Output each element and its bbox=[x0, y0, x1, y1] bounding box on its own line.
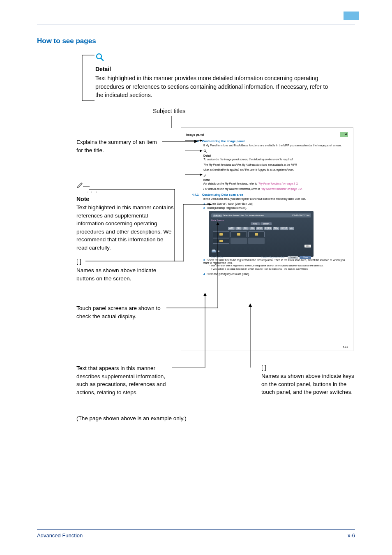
tp-b[interactable]: WXYZ bbox=[280, 227, 288, 230]
inset-sec2-num: 4.4.1 bbox=[192, 193, 199, 197]
svg-marker-18 bbox=[200, 173, 203, 176]
inset-step4: 4Press the [Start] key or touch [Start]. bbox=[203, 273, 348, 275]
pencil-icon-small bbox=[203, 173, 207, 178]
connector bbox=[185, 148, 203, 154]
inset-pagenum: 4-18 bbox=[343, 345, 348, 348]
tp-data-source: Data Source bbox=[211, 219, 311, 222]
inset-chapter-tab: 4 bbox=[340, 132, 348, 137]
connector bbox=[183, 204, 184, 261]
page-tab bbox=[344, 12, 359, 20]
svg-rect-8 bbox=[255, 233, 258, 236]
connector bbox=[171, 116, 172, 128]
inset-step3: 3Select the user box to be registered in… bbox=[203, 259, 348, 264]
callout-summary: Explains the summary of an item for the … bbox=[76, 138, 163, 154]
detail-heading: Detail bbox=[95, 65, 330, 73]
svg-marker-31 bbox=[203, 293, 207, 296]
connector bbox=[216, 222, 220, 226]
inset-sec2-body: In the Data scan area, you can register … bbox=[203, 197, 348, 201]
tp-btn-row2: ABC DEF GHI JKL MNO PQRS TUV WXYZ etc bbox=[211, 227, 311, 230]
inset-step1: 1In "Data Source", touch [User Box List]… bbox=[203, 202, 348, 205]
tp-b[interactable]: MNO bbox=[256, 227, 263, 230]
connector bbox=[89, 189, 175, 190]
inset-detail-heading: Detail bbox=[203, 154, 348, 157]
tp-btn-row1: New Search bbox=[211, 222, 311, 225]
tp-b[interactable]: DEF bbox=[235, 227, 242, 230]
note-dots: . . . bbox=[86, 187, 98, 194]
connector bbox=[248, 303, 252, 308]
footer-rule bbox=[37, 529, 355, 530]
example-note: (The page shown above is an example only… bbox=[76, 415, 187, 421]
connector bbox=[172, 367, 205, 368]
connector bbox=[174, 189, 175, 261]
footer-right: x-6 bbox=[348, 532, 355, 539]
inset-page: Image panel 4 4.4 Customizing the image … bbox=[181, 127, 353, 351]
note-heading: Note bbox=[76, 196, 89, 202]
svg-line-1 bbox=[101, 58, 104, 61]
tp-b[interactable]: GHI bbox=[242, 227, 249, 230]
tp-btn-new[interactable]: New bbox=[251, 222, 260, 225]
top-rule bbox=[37, 25, 355, 25]
svg-rect-11 bbox=[212, 250, 215, 251]
svg-marker-34 bbox=[249, 303, 252, 307]
callout-buttons: Names as shown above indicate buttons on… bbox=[76, 266, 167, 282]
svg-marker-29 bbox=[216, 222, 219, 225]
inset-detail-l3: User authentication is applied, and the … bbox=[203, 168, 348, 172]
svg-point-4 bbox=[204, 150, 206, 152]
inset-note-l2: For details on the My address functions,… bbox=[203, 187, 348, 191]
inset-detail-l1: To customize the image panel screen, the… bbox=[203, 158, 348, 162]
tp-top-right: 100-1B-2007 22:44 bbox=[292, 214, 309, 217]
note-underline bbox=[83, 186, 90, 187]
inset-sec1-title: Customizing the image panel bbox=[202, 139, 244, 143]
footer-left: Advanced Function bbox=[37, 532, 83, 539]
inset-sec1-body: If My Panel functions and My Address fun… bbox=[203, 144, 348, 148]
note-icon bbox=[76, 181, 84, 190]
section-title: How to see pages bbox=[37, 37, 96, 45]
inset-note-l1: For details on the My Panel functions, r… bbox=[203, 182, 348, 186]
svg-line-5 bbox=[206, 151, 207, 152]
tp-b[interactable]: ABC bbox=[228, 227, 235, 230]
inset-detail-l2: The My Panel functions and the My Addres… bbox=[203, 163, 348, 167]
detail-block: Detail Text highlighted in this manner p… bbox=[95, 65, 330, 99]
callout-touchpanel: Touch panel screens are shown to check t… bbox=[76, 304, 167, 320]
tp-b[interactable]: etc bbox=[289, 227, 294, 230]
callout-supplemental: Text that appears in this manner describ… bbox=[76, 364, 175, 396]
connector bbox=[217, 225, 218, 308]
connector bbox=[166, 308, 218, 308]
connector bbox=[183, 204, 212, 208]
tp-b[interactable]: TUV bbox=[273, 227, 279, 230]
printer-icon bbox=[211, 249, 216, 253]
tp-top-left: Select the desired User Box to see docum… bbox=[223, 214, 265, 217]
inset-sub1: – The user box that is registered in the… bbox=[209, 264, 348, 268]
inset-sub2: – If you select a desktop location in wh… bbox=[209, 268, 348, 271]
tp-btn-search[interactable]: Search bbox=[261, 222, 272, 225]
connector bbox=[185, 140, 203, 146]
svg-rect-9 bbox=[219, 240, 223, 242]
svg-rect-7 bbox=[237, 233, 240, 236]
magnifier-icon-small bbox=[203, 149, 207, 153]
tp-b[interactable]: PQRS bbox=[264, 227, 272, 230]
brackets-right: [ ] bbox=[261, 364, 266, 371]
callout-keys: Names as shown above indicate keys on th… bbox=[261, 372, 356, 396]
connector bbox=[78, 49, 99, 103]
inset-sec2-title: Customizing Data scan area bbox=[202, 193, 243, 197]
connector bbox=[250, 307, 251, 368]
inset-note-heading: Note bbox=[203, 178, 348, 181]
connector bbox=[203, 293, 207, 297]
svg-rect-6 bbox=[219, 233, 223, 236]
inset-touchpanel: Job List Select the desired User Box to … bbox=[209, 211, 314, 257]
tp-grid2 bbox=[213, 238, 311, 244]
detail-body: Text highlighted in this manner provides… bbox=[95, 74, 330, 99]
callout-note-body: Text highlighted in this manner contains… bbox=[76, 204, 175, 252]
inset-step2: 2Touch [Desktop Registration/Edit]. bbox=[203, 206, 348, 209]
brackets-left: [ ] bbox=[76, 258, 81, 265]
tp-b[interactable]: JKL bbox=[249, 227, 255, 230]
connector bbox=[185, 172, 203, 178]
svg-line-2 bbox=[81, 183, 82, 184]
tp-grid bbox=[213, 231, 311, 237]
connector bbox=[205, 296, 205, 368]
connector bbox=[85, 261, 184, 261]
svg-marker-20 bbox=[200, 150, 203, 152]
tp-paging: 1/ 1 bbox=[304, 245, 311, 247]
svg-marker-16 bbox=[200, 139, 203, 142]
subject-titles-label: Subject titles bbox=[153, 108, 185, 114]
